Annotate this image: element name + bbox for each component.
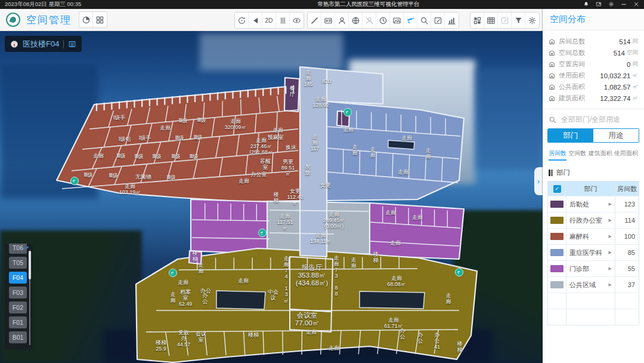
- list-icon[interactable]: [68, 40, 76, 48]
- search-row: [549, 115, 638, 124]
- floor-scrollbar-thumb[interactable]: [29, 251, 31, 279]
- table-row[interactable]: 麻醉科▶100: [548, 228, 639, 244]
- bell-icon[interactable]: [583, 1, 589, 8]
- floor-button-F04[interactable]: F04: [9, 272, 27, 284]
- row-arrow-icon[interactable]: ▶: [609, 250, 612, 255]
- table-row[interactable]: 门诊部▶55: [548, 260, 639, 276]
- search-input[interactable]: [561, 115, 636, 124]
- camera-button[interactable]: [404, 13, 417, 28]
- toolbar-group-tools: [307, 12, 459, 29]
- select-all-checkbox[interactable]: ✓: [553, 185, 561, 193]
- row-arrow-icon[interactable]: ▶: [609, 218, 612, 223]
- room-label: 走廊134.11㎡: [310, 232, 332, 244]
- subtab-空间数[interactable]: 空间数: [568, 149, 586, 161]
- room-label: 走廊: [426, 147, 431, 159]
- floor-button-B01[interactable]: B01: [9, 331, 27, 343]
- panel-collapse-handle[interactable]: ›: [534, 167, 543, 195]
- cursor-button[interactable]: [249, 13, 262, 28]
- dept-count: 100: [615, 229, 639, 244]
- room-label: 走廊117.51㎡: [277, 213, 293, 231]
- cctv-camera-marker[interactable]: [455, 268, 463, 276]
- room-label: ICU: [322, 78, 332, 84]
- region-outpatient-left[interactable]: [191, 199, 270, 254]
- table-row[interactable]: 公共区域▶37: [548, 276, 639, 293]
- room-label: 走廊145: [304, 69, 312, 87]
- rotate-button[interactable]: [235, 13, 249, 28]
- room-label: Ⅲ级: [197, 117, 206, 123]
- mode-2d-button[interactable]: 2D: [262, 13, 276, 28]
- cctv-camera-marker[interactable]: [169, 269, 177, 277]
- room-label: 走廊: [171, 291, 176, 303]
- floor-button-T05[interactable]: T05: [9, 257, 27, 269]
- dept-color-swatch: [550, 249, 564, 256]
- region-icu[interactable]: [327, 69, 383, 104]
- region-outpatient-right[interactable]: [370, 203, 464, 259]
- row-arrow-icon[interactable]: ▶: [609, 266, 612, 271]
- stats-list: 房间总数514间空间总数514空间空置房间0间使用面积10,032.21㎡公共面…: [543, 30, 644, 106]
- floor-button-F03[interactable]: F03: [9, 287, 27, 299]
- room-label: 换床: [286, 144, 296, 150]
- minimize-icon[interactable]: [621, 1, 627, 8]
- user-button[interactable]: [335, 13, 349, 28]
- id-card-button[interactable]: [321, 13, 335, 28]
- screen-icon[interactable]: [596, 1, 602, 8]
- pen-button[interactable]: [308, 13, 321, 28]
- columns-button[interactable]: [276, 13, 290, 28]
- row-arrow-icon[interactable]: ▶: [609, 202, 612, 207]
- panel-title: 空间分布: [543, 9, 644, 30]
- space-distribution-panel: 空间分布 房间总数514间空间总数514空间空置房间0间使用面积10,032.2…: [543, 9, 644, 363]
- dept-count: 123: [615, 196, 639, 212]
- tab-usage[interactable]: 用途: [593, 129, 639, 142]
- gear-button[interactable]: [525, 13, 539, 28]
- room-label: Ⅲ级: [166, 174, 175, 180]
- grid4-view-button[interactable]: [93, 12, 107, 27]
- room-label: 办公: [400, 328, 405, 340]
- search-button[interactable]: [417, 13, 431, 28]
- bars-icon: [549, 170, 553, 176]
- dept-count: 85: [615, 245, 639, 260]
- table-row[interactable]: 行政办公室▶114: [548, 212, 639, 228]
- stat-row: 房间总数514间: [549, 36, 638, 47]
- tab-department[interactable]: 部门: [548, 129, 593, 142]
- cctv-camera-marker[interactable]: [70, 177, 79, 185]
- room-label: 苏醒室: [260, 158, 271, 170]
- eye-button[interactable]: [290, 13, 304, 28]
- close-icon[interactable]: [633, 1, 639, 8]
- room-label: 走廊249.45㎡(0.00㎡): [323, 211, 345, 229]
- filter-button[interactable]: [512, 13, 525, 28]
- table-row[interactable]: 重症医学科▶85: [548, 244, 639, 260]
- cctv-camera-marker[interactable]: [343, 108, 352, 116]
- subtab-使用面积[interactable]: 使用面积: [614, 149, 638, 161]
- room-label: 办公41: [434, 332, 440, 350]
- dept-count: 55: [615, 261, 639, 276]
- toolbar-group-view: 2D: [234, 12, 304, 29]
- edit-button[interactable]: [431, 13, 445, 28]
- blocks-button[interactable]: [470, 13, 484, 28]
- floor-button-F01[interactable]: F01: [9, 316, 27, 328]
- pie-view-button[interactable]: [79, 12, 93, 27]
- globe-button[interactable]: [349, 13, 363, 28]
- section-header: 部门: [549, 168, 638, 177]
- room-label: 无菌物: [135, 174, 151, 180]
- divider: [63, 40, 64, 48]
- edit-disabled-button[interactable]: [498, 13, 512, 28]
- view-switch-group: [79, 11, 107, 28]
- subtab-建筑面积[interactable]: 建筑面积: [589, 149, 612, 161]
- expand-icon[interactable]: ─↗: [21, 245, 29, 251]
- cctv-camera-marker[interactable]: [258, 229, 267, 237]
- table-button[interactable]: [484, 13, 498, 28]
- row-arrow-icon[interactable]: ▶: [609, 282, 612, 287]
- building-tag[interactable]: 医技楼F04: [5, 36, 82, 52]
- user-disabled-button[interactable]: [363, 13, 376, 28]
- room-label: 走廊128.92: [312, 96, 329, 108]
- gear-icon[interactable]: [608, 1, 614, 8]
- subtab-房间数[interactable]: 房间数: [549, 149, 566, 161]
- clock-button[interactable]: [376, 13, 390, 28]
- chart-button[interactable]: [445, 13, 459, 28]
- table-row[interactable]: 后勤处▶123: [548, 196, 639, 212]
- image-button[interactable]: [390, 13, 404, 28]
- row-arrow-icon[interactable]: ▶: [609, 234, 612, 239]
- room-label: 党政办44.57: [177, 330, 191, 347]
- room-label: 走廊: [446, 293, 451, 304]
- floor-button-F02[interactable]: F02: [9, 302, 27, 313]
